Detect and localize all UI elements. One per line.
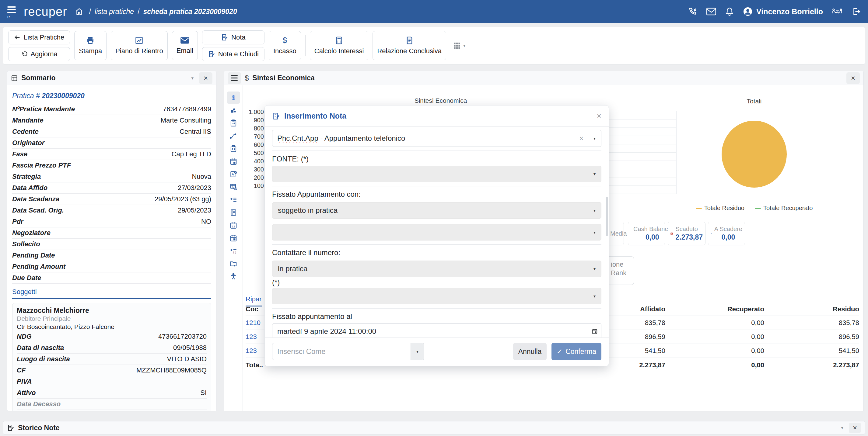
- numero-select[interactable]: in pratica ▾: [272, 261, 601, 277]
- calendar-day-icon[interactable]: [227, 232, 240, 244]
- calendar-icon[interactable]: [227, 155, 240, 168]
- close-icon[interactable]: ×: [849, 423, 861, 433]
- clipboard-plus-icon[interactable]: [227, 117, 240, 129]
- legend-recuperato-swatch: [755, 208, 761, 209]
- calculator-icon: [335, 36, 343, 45]
- fonte-label: FONTE: (*): [272, 155, 601, 163]
- panel-title: Sintesi Economica: [252, 74, 315, 82]
- bell-icon[interactable]: [725, 7, 734, 16]
- folder-plus-icon[interactable]: [227, 258, 240, 270]
- divider: [272, 186, 601, 187]
- flow-icon[interactable]: [227, 130, 240, 142]
- note-type-flagged-text: Phc.Cnt.App: [277, 134, 318, 142]
- calendar-icon[interactable]: [588, 324, 601, 337]
- stampa-button[interactable]: Stampa: [74, 31, 106, 60]
- inserimento-nota-modal: Inserimento Nota × Phc.Cnt.App - Appunta…: [265, 105, 609, 366]
- close-icon[interactable]: ×: [199, 72, 212, 84]
- clear-icon[interactable]: ×: [575, 134, 588, 143]
- chart-line-icon: [135, 36, 143, 45]
- lista-pratiche-button[interactable]: Lista Pratiche: [8, 30, 70, 44]
- layout-dropdown-button[interactable]: ▾: [453, 42, 466, 49]
- close-icon[interactable]: ×: [597, 111, 601, 121]
- note-type-text: - Appuntamento telefonico: [318, 134, 405, 142]
- appuntamento-con-select[interactable]: soggetto in pratica ▾: [272, 202, 601, 219]
- calendar-icon: [711, 228, 712, 239]
- check-icon: ✓: [557, 347, 562, 356]
- relazione-conclusiva-button[interactable]: Relazione Conclusiva: [373, 31, 446, 60]
- email-button[interactable]: Email: [172, 31, 198, 60]
- field-row: MandanteMarte Consulting: [12, 115, 211, 126]
- calendar-12-icon[interactable]: 12: [227, 219, 240, 231]
- top-navbar: e recuper / lista pratiche / scheda prat…: [0, 0, 868, 23]
- person-icon[interactable]: [227, 270, 240, 282]
- user-name: Vincenzo Borriello: [756, 7, 823, 16]
- close-icon[interactable]: ×: [846, 72, 860, 84]
- soggetto-card: Mazzocchi Melchiorre Debitore Principale…: [12, 303, 211, 411]
- book-icon[interactable]: [227, 206, 240, 219]
- contattare-label: Contattare il numero:: [272, 248, 601, 257]
- code-link[interactable]: 123: [246, 347, 257, 355]
- field-row: AttivoSI: [17, 388, 207, 399]
- menu-icon[interactable]: e: [7, 6, 18, 18]
- conferma-button[interactable]: ✓ Conferma: [552, 343, 601, 360]
- piano-di-rientro-button[interactable]: Piano di Rientro: [111, 31, 168, 60]
- collapse-caret-icon[interactable]: ▾: [841, 425, 843, 431]
- mail-icon: [180, 36, 189, 44]
- clipboard-code-icon[interactable]: [227, 143, 240, 155]
- field-row: Telefono: [17, 410, 207, 411]
- logout-icon[interactable]: [851, 7, 861, 16]
- document-attach-icon[interactable]: A: [227, 168, 240, 180]
- code-link[interactable]: 1210: [246, 319, 260, 327]
- chevron-down-icon: ▾: [593, 230, 596, 235]
- nota-e-chiudi-button[interactable]: Nota e Chiudi: [202, 47, 265, 61]
- refresh-icon: [21, 51, 28, 58]
- chevron-down-icon: ▾: [593, 208, 596, 213]
- aggiorna-button[interactable]: Aggiorna: [8, 47, 70, 61]
- storico-title: Storico Note: [18, 424, 60, 432]
- breadcrumb: / lista pratiche / scheda pratica 202300…: [89, 8, 237, 16]
- dollar-icon[interactable]: $: [227, 92, 240, 104]
- field-row: NºPratica Mandante7634778897499: [12, 104, 211, 115]
- table-search-icon[interactable]: [227, 181, 240, 193]
- card-label: Cash Balance: [633, 226, 672, 233]
- field-row: Data Scadenza29/05/2023 (63 gg): [12, 194, 211, 205]
- fonte-select[interactable]: ▾: [272, 166, 601, 182]
- home-icon[interactable]: [75, 8, 83, 15]
- code-link[interactable]: 123: [246, 333, 257, 340]
- mail-icon[interactable]: [706, 8, 716, 15]
- dollar-icon: $: [245, 74, 249, 82]
- inserisci-come-select[interactable]: Inserisci Come ▾: [272, 343, 424, 360]
- panel-menu-icon[interactable]: [228, 72, 241, 84]
- add-list-icon[interactable]: [227, 194, 240, 206]
- user-menu[interactable]: Vincenzo Borriello: [743, 7, 823, 16]
- incasso-button[interactable]: $ Incasso: [269, 31, 301, 60]
- puzzle-icon[interactable]: [227, 104, 240, 116]
- modal-scrollbar[interactable]: [606, 197, 608, 236]
- handshake-icon[interactable]: [832, 7, 842, 16]
- nota-button[interactable]: Nota: [202, 30, 265, 44]
- annulla-button[interactable]: Annulla: [513, 343, 547, 360]
- card-value: 0,00: [633, 233, 672, 241]
- sommario-panel: Sommario ▾ × Pratica # 20230009020 NºPra…: [7, 71, 216, 411]
- app-logo[interactable]: recuper: [24, 5, 67, 19]
- breadcrumb-lista-pratiche[interactable]: lista pratiche: [95, 8, 134, 16]
- appointment-datetime-input[interactable]: martedì 9 aprile 2024 11:00:00: [272, 323, 601, 337]
- legend-label: Totale Recuperato: [763, 205, 813, 212]
- field-row: NDG4736617203720: [17, 331, 207, 342]
- collapse-caret-icon[interactable]: ▾: [191, 75, 193, 81]
- svg-text:A: A: [231, 172, 234, 176]
- chevron-down-icon: ▾: [463, 43, 466, 48]
- add-braces-icon[interactable]: { }: [227, 245, 240, 257]
- note-type-combobox[interactable]: Phc.Cnt.App - Appuntamento telefonico × …: [272, 130, 601, 147]
- numero-detail-select[interactable]: ▾: [272, 288, 601, 304]
- soggetti-section-title: Soggetti: [12, 288, 211, 299]
- panel-title: Sommario: [21, 74, 55, 82]
- chart-legend: Totale Residuo Totale Recuperato: [663, 205, 845, 212]
- phone-incoming-icon[interactable]: [688, 7, 697, 16]
- calcolo-interessi-button[interactable]: Calcolo Interessi: [310, 31, 369, 60]
- fissato-con-label: Fissato Appuntamento con:: [272, 190, 601, 199]
- soggetto-detail-select[interactable]: ▾: [272, 224, 601, 240]
- field-row: Luogo di nascitaVITO D ASIO: [17, 354, 207, 365]
- chevron-down-icon[interactable]: ▾: [588, 130, 601, 146]
- pie-chart-title: Totali: [712, 98, 797, 105]
